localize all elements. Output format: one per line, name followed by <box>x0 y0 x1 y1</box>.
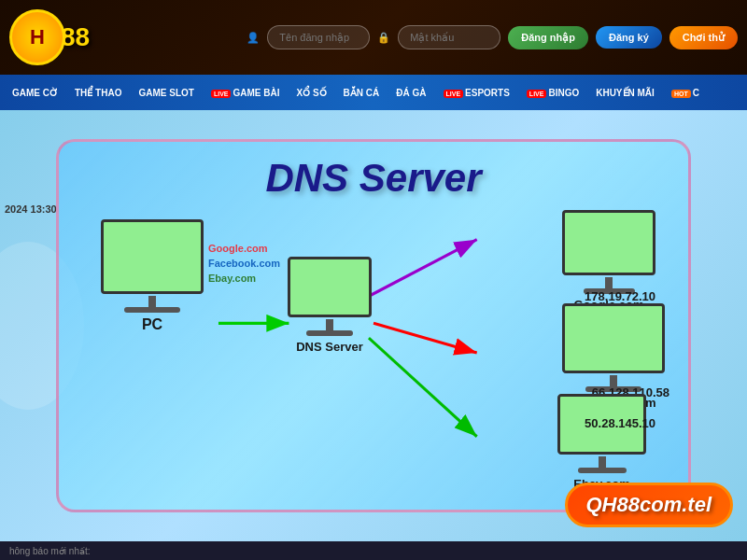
dns-title: DNS Server <box>265 156 481 201</box>
dns-screen <box>288 257 372 317</box>
qh88-badge[interactable]: QH88com.tel <box>565 483 734 527</box>
req-facebook-label: Facebook.com <box>208 258 280 269</box>
pc-screen <box>101 219 204 294</box>
facebook-screen <box>562 303 665 373</box>
google-screen <box>562 210 655 275</box>
header: H 88 👤 🔒 Đăng nhập Đăng ký Chơi thử <box>0 0 747 75</box>
google-ip: 178.19.72.10 <box>585 289 655 303</box>
nav-item-da-ga[interactable]: ĐÁ GÀ <box>388 84 433 102</box>
timestamp: 2024 13:30 <box>5 203 57 215</box>
nav-item-khuyen-mai[interactable]: KHUYẾN MÃI <box>588 84 662 102</box>
google-stand <box>605 277 613 288</box>
dns-card: DNS Server <box>56 139 691 512</box>
ebay-ip: 50.28.145.10 <box>585 416 655 430</box>
svg-line-7 <box>369 338 477 437</box>
logo-area: H 88 <box>9 9 177 65</box>
nav-item-game-co[interactable]: GAME CỜ <box>5 84 65 102</box>
diagram-area: PC Google.com Facebook.com Ebay.com DNS … <box>73 210 674 496</box>
nav-inputs: 👤 🔒 Đăng nhập Đăng ký Chơi thử <box>177 25 738 49</box>
svg-line-6 <box>374 323 477 353</box>
main-content: 2024 13:30 DNS Server <box>0 110 747 541</box>
nav-item-esports[interactable]: LIVEESPORTS <box>436 84 517 102</box>
pc-stand <box>148 296 156 307</box>
nav-item-bingo[interactable]: LIVEBINGO <box>519 84 586 102</box>
dns-stand <box>326 319 333 330</box>
pc-base <box>124 307 180 313</box>
pc-monitor: PC <box>101 219 204 333</box>
ebay-base <box>578 468 627 473</box>
nav-item-xo-so[interactable]: XỔ SỐ <box>289 84 333 102</box>
req-google-label: Google.com <box>208 243 280 254</box>
login-button[interactable]: Đăng nhập <box>508 26 588 49</box>
password-input[interactable] <box>398 25 500 49</box>
svg-line-5 <box>364 240 477 299</box>
username-input[interactable] <box>267 25 370 49</box>
req-ebay-label: Ebay.com <box>208 273 280 284</box>
nav-item-game-bai[interactable]: LIVEGAME BÀI <box>204 84 288 102</box>
ebay-stand <box>599 456 606 468</box>
pc-label: PC <box>142 316 162 333</box>
ebay-monitor: Ebay.com <box>557 394 646 491</box>
nav-item-ban-ca[interactable]: BẮN CÁ <box>336 84 388 102</box>
nav-item-hot[interactable]: HOTC <box>664 84 707 102</box>
bottom-bar: hông báo mới nhất: <box>0 541 747 560</box>
nav-bar: GAME CỜ THỂ THAO GAME SLOT LIVEGAME BÀI … <box>0 75 747 110</box>
register-button[interactable]: Đăng ký <box>596 26 662 49</box>
nav-item-the-thao[interactable]: THỂ THAO <box>67 84 129 102</box>
nav-item-game-slot[interactable]: GAME SLOT <box>131 84 201 102</box>
dns-base <box>306 330 353 336</box>
request-labels: Google.com Facebook.com Ebay.com <box>208 243 280 284</box>
play-button[interactable]: Chơi thử <box>669 26 738 49</box>
dns-server-monitor: DNS Server <box>288 257 372 354</box>
dns-server-label: DNS Server <box>296 340 363 354</box>
logo-icon: H <box>9 9 65 65</box>
news-text: hông báo mới nhất: <box>9 546 91 556</box>
